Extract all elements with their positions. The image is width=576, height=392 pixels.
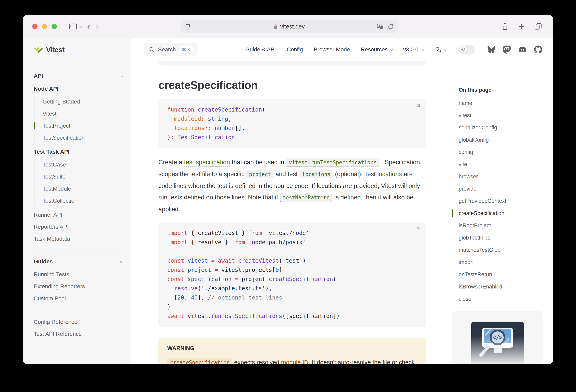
divider bbox=[429, 45, 429, 54]
sidebar-item[interactable]: TestCase bbox=[43, 159, 122, 171]
translate-page-icon[interactable]: A bbox=[377, 24, 384, 30]
sidebar-item[interactable]: Vitest bbox=[43, 108, 122, 120]
outline-item[interactable]: name bbox=[459, 97, 546, 109]
sidebar-subhead-node-api: Node API bbox=[34, 83, 122, 95]
discord-icon[interactable] bbox=[518, 46, 527, 53]
nav-item[interactable]: Config bbox=[287, 46, 303, 53]
sidebar-item[interactable]: Running Tests bbox=[34, 269, 122, 280]
outline-item[interactable]: serializedConfig bbox=[459, 121, 546, 134]
outline-item[interactable]: vite bbox=[459, 158, 546, 171]
nav-item[interactable]: v3.0.0 bbox=[403, 46, 423, 53]
vitest-logo-icon bbox=[34, 46, 43, 54]
code-example: import { createVitest } from 'vitest/nod… bbox=[167, 229, 417, 321]
site-header: Vitest Search ⌘ K Guide & API Config bbox=[23, 38, 553, 61]
sidebar-group-top: Runner APIReporters APITask Metadata bbox=[34, 209, 122, 245]
outline-list: namevitestserializedConfigglobalConfigco… bbox=[452, 96, 546, 305]
outline-item[interactable]: browser bbox=[459, 171, 546, 183]
sidebar-item[interactable]: Custom Pool bbox=[34, 293, 122, 304]
outline-item[interactable]: close bbox=[459, 293, 546, 305]
new-tab-icon[interactable] bbox=[518, 23, 525, 30]
inline-link[interactable]: module ID bbox=[281, 359, 309, 364]
site-logo[interactable]: Vitest bbox=[23, 38, 131, 61]
sidebar-group-node-api: Getting StartedVitestTestProjectTestSpec… bbox=[34, 96, 122, 144]
outline-item[interactable]: matchesTestGlob bbox=[459, 244, 546, 256]
zoom-window-button[interactable] bbox=[52, 24, 57, 29]
traffic-lights bbox=[32, 24, 57, 29]
inline-code-link[interactable]: testNamePattern bbox=[280, 194, 333, 202]
doc-content: createSpecification ts function createSp… bbox=[158, 61, 426, 364]
outline-item[interactable]: globTestFiles bbox=[459, 232, 546, 244]
sidebar-item[interactable]: Test API Reference bbox=[34, 328, 122, 340]
outline-item[interactable]: provide bbox=[459, 183, 546, 195]
sidebar-section-api[interactable]: API bbox=[34, 71, 122, 81]
outline-item[interactable]: vitest bbox=[459, 109, 546, 121]
nav-item[interactable]: Resources bbox=[361, 46, 392, 53]
on-this-page: On this page namevitestserializedConfigg… bbox=[452, 61, 546, 364]
nav-item-label: Config bbox=[287, 46, 303, 53]
nav-item-label: v3.0.0 bbox=[403, 46, 418, 53]
sidebar-item[interactable]: Config Reference bbox=[34, 316, 122, 328]
mastodon-icon[interactable] bbox=[503, 46, 511, 54]
sidebar-group-guides: Running TestsExtending ReportersCustom P… bbox=[34, 269, 122, 304]
sidebar-section-guides[interactable]: Guides bbox=[34, 256, 122, 267]
back-button[interactable]: ‹ bbox=[87, 22, 90, 31]
sidebar-item[interactable]: TestProject bbox=[43, 120, 122, 132]
code-block-signature: ts function createSpecification( moduleI… bbox=[158, 99, 426, 148]
translate-icon: A bbox=[435, 46, 442, 53]
page-title: createSpecification bbox=[158, 78, 426, 91]
code-language-badge: ts bbox=[416, 102, 420, 108]
outline-item[interactable]: getProvidedContext bbox=[459, 195, 546, 207]
outline-item[interactable]: config bbox=[459, 146, 546, 158]
nav-item[interactable]: Browser Mode bbox=[314, 46, 350, 53]
inline-link[interactable]: test specification bbox=[184, 159, 230, 166]
url-text: vitest.dev bbox=[280, 23, 305, 30]
nav-item-label: Browser Mode bbox=[314, 46, 350, 53]
svg-text:A: A bbox=[378, 25, 380, 28]
sidebar-group-test-task-api: TestCaseTestSuiteTestModuleTestCollectio… bbox=[34, 159, 122, 207]
outline-item[interactable]: isBrowserEnabled bbox=[459, 281, 546, 293]
sidebar-item[interactable]: Task Metadata bbox=[34, 233, 122, 245]
sidebar-item[interactable]: TestSuite bbox=[43, 171, 122, 183]
chevron-down-icon bbox=[390, 48, 393, 51]
nav-item-label: Resources bbox=[361, 46, 388, 53]
sidebar-item[interactable]: Extending Reporters bbox=[34, 280, 122, 293]
language-menu-button[interactable]: A bbox=[435, 46, 447, 53]
search-button[interactable]: Search ⌘ K bbox=[144, 43, 198, 56]
outline-item[interactable]: onTestsRerun bbox=[459, 269, 546, 281]
svg-text:A: A bbox=[439, 49, 442, 53]
warning-title: WARNING bbox=[167, 345, 417, 352]
address-bar[interactable]: vitest.dev A bbox=[180, 20, 398, 33]
sidebar-item[interactable]: Reporters API bbox=[34, 221, 122, 233]
sidebar-item[interactable]: Runner API bbox=[34, 209, 122, 221]
sponsor-card[interactable]: </> bbox=[452, 311, 543, 364]
inline-link[interactable]: locations bbox=[377, 171, 402, 178]
sidebar-toggle-button[interactable] bbox=[69, 23, 81, 30]
sidebar-item[interactable]: TestSpecification bbox=[43, 132, 122, 144]
forward-button[interactable]: › bbox=[96, 22, 99, 31]
sidebar-item[interactable]: TestModule bbox=[43, 183, 122, 195]
outline-item[interactable]: isRootProject bbox=[459, 219, 546, 232]
inline-code: project bbox=[246, 170, 274, 178]
bluesky-icon[interactable] bbox=[487, 46, 496, 53]
tab-overview-icon[interactable] bbox=[534, 23, 542, 30]
chevron-down-icon bbox=[444, 48, 447, 51]
outline-item[interactable]: import bbox=[459, 256, 546, 269]
sidebar-item[interactable]: TestCollection bbox=[43, 195, 122, 207]
inline-code-link[interactable]: vitest.runTestSpecifications bbox=[286, 158, 379, 167]
search-icon bbox=[149, 47, 155, 53]
refresh-icon[interactable] bbox=[388, 24, 394, 30]
outline-item[interactable]: globalConfig bbox=[459, 134, 546, 146]
divider bbox=[481, 45, 481, 54]
minimize-window-button[interactable] bbox=[42, 24, 47, 29]
sidebar-item[interactable]: Getting Started bbox=[43, 96, 122, 108]
nav-item[interactable]: Guide & API bbox=[245, 46, 276, 53]
close-window-button[interactable] bbox=[32, 24, 37, 29]
chevron-down-icon bbox=[120, 260, 123, 263]
share-icon[interactable] bbox=[501, 22, 509, 31]
site-title: Vitest bbox=[46, 46, 65, 54]
sidebar-section-label: API bbox=[34, 73, 43, 79]
sidebar: API Node API Getting StartedVitestTestPr… bbox=[23, 61, 131, 364]
theme-toggle[interactable] bbox=[459, 45, 475, 54]
github-icon[interactable] bbox=[534, 46, 542, 54]
outline-item[interactable]: createSpecification bbox=[459, 207, 546, 219]
